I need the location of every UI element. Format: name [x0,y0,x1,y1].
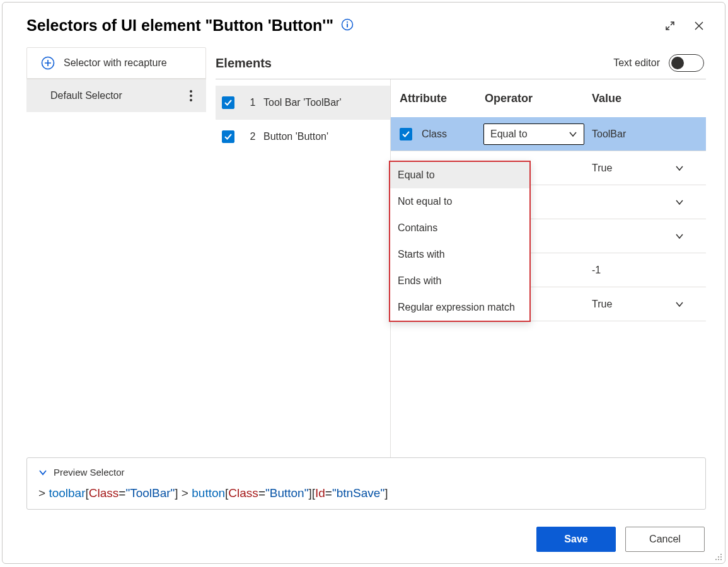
preview-selector-string: > toolbar[Class="ToolBar"] > button[Clas… [38,486,694,500]
operator-option[interactable]: Contains [390,215,529,241]
value-cell[interactable] [584,198,706,207]
operator-option[interactable]: Not equal to [390,188,529,215]
operator-option[interactable]: Equal to [390,162,529,188]
more-icon[interactable] [185,87,197,105]
cancel-button[interactable]: Cancel [625,527,705,552]
recapture-label: Selector with recapture [64,57,167,69]
operator-dropdown: Equal to Not equal to Contains Starts wi… [389,161,531,322]
content-area: Selector with recapture Default Selector… [3,41,725,457]
svg-point-6 [720,556,722,558]
svg-point-9 [720,559,722,560]
value-text: True [592,299,612,310]
svg-point-4 [720,554,722,555]
preview-toggle[interactable]: Preview Selector [38,467,694,478]
chevron-down-icon [675,164,684,173]
svg-point-7 [715,559,717,560]
dialog-title: Selectors of UI element "Button 'Button'… [26,16,333,35]
svg-point-5 [718,556,719,558]
text-editor-toggle[interactable] [669,54,704,72]
selector-item-label: Default Selector [50,90,122,101]
value-cell[interactable]: True [584,163,706,174]
elements-column: 1 Tool Bar 'ToolBar' 2 Button 'Button' [216,79,390,457]
operator-option[interactable]: Starts with [390,241,529,268]
toggle-knob [671,57,684,69]
selector-editor-dialog: Selectors of UI element "Button 'Button'… [2,2,725,564]
value-text: -1 [592,265,601,276]
chevron-down-icon [675,232,684,241]
text-editor-toggle-group: Text editor [613,54,704,72]
preview-label: Preview Selector [54,467,125,478]
resize-grip-icon[interactable] [714,553,723,561]
chevron-down-icon [569,130,577,139]
close-button[interactable] [692,19,706,33]
checkbox[interactable] [222,96,234,109]
value-cell[interactable]: True [584,299,706,310]
selector-list: Default Selector [26,79,206,112]
value-text: ToolBar [592,129,626,140]
value-cell[interactable] [584,232,706,241]
header-operator: Operator [485,92,592,105]
preview-selector-panel: Preview Selector > toolbar[Class="ToolBa… [26,457,706,510]
attribute-row-class[interactable]: Class Equal to ToolBar [391,117,706,151]
operator-option[interactable]: Regular expression match [390,294,529,321]
element-label: Tool Bar 'ToolBar' [263,97,342,108]
selector-sidebar: Selector with recapture Default Selector [26,47,206,457]
operator-select[interactable]: Equal to [483,123,584,145]
value-text: True [592,163,612,174]
element-row[interactable]: 1 Tool Bar 'ToolBar' [216,86,390,120]
text-editor-label: Text editor [613,57,660,69]
value-cell[interactable]: -1 [584,265,706,276]
main-toolbar: Elements Text editor [216,47,706,79]
selector-with-recapture-button[interactable]: Selector with recapture [26,47,206,79]
element-index: 1 [246,97,260,108]
elements-heading: Elements [216,56,272,71]
save-button[interactable]: Save [536,527,616,552]
attribute-name: Class [422,129,483,140]
attributes-header: Attribute Operator Value [391,79,706,117]
header-value: Value [592,92,706,105]
chevron-down-icon [675,198,684,207]
header-attribute: Attribute [400,92,485,105]
maximize-button[interactable] [663,19,677,33]
operator-option[interactable]: Ends with [390,268,529,294]
selector-item-default[interactable]: Default Selector [26,79,206,112]
dialog-footer: Save Cancel [3,519,725,563]
checkbox[interactable] [222,130,234,143]
plus-circle-icon [41,56,55,70]
element-index: 2 [246,131,260,142]
operator-value: Equal to [490,129,528,140]
element-row[interactable]: 2 Button 'Button' [216,120,390,154]
titlebar: Selectors of UI element "Button 'Button'… [3,3,725,41]
checkbox[interactable] [400,128,412,140]
element-label: Button 'Button' [263,131,328,142]
svg-rect-1 [347,23,348,27]
svg-point-2 [347,21,348,22]
chevron-down-icon [675,300,684,309]
info-icon[interactable] [341,18,354,33]
svg-point-8 [718,559,719,560]
value-cell[interactable]: ToolBar [584,129,706,140]
chevron-down-icon [38,468,47,477]
